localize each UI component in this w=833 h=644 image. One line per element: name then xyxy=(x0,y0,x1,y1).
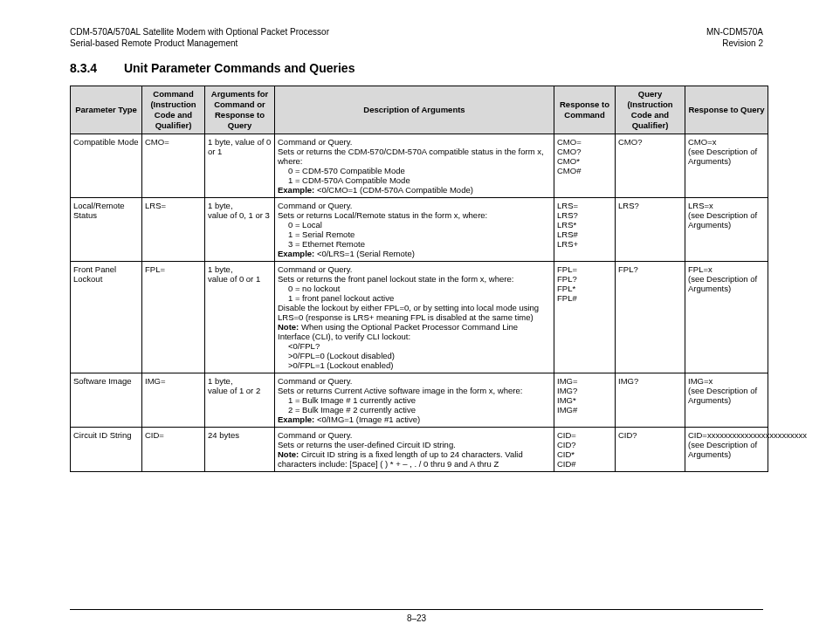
description-line: >0/FPL=1 (Lockout enabled) xyxy=(278,360,551,370)
description-line: <0/FPL? xyxy=(278,341,551,351)
table-cell: CID=xxxxxxxxxxxxxxxxxxxxxxxx (see Descri… xyxy=(685,427,768,471)
description-cell: Command or Query.Sets or returns the fro… xyxy=(275,261,554,373)
section-number: 8.3.4 xyxy=(70,61,120,75)
table-cell: Front Panel Lockout xyxy=(71,261,142,373)
table-cell: IMG= xyxy=(142,373,205,427)
page-number: 8–23 xyxy=(407,613,426,623)
table-cell: FPL? xyxy=(616,261,685,373)
col-header: Parameter Type xyxy=(71,86,142,134)
table-row: Software ImageIMG=1 byte, value of 1 or … xyxy=(71,373,768,427)
parameter-table: Parameter Type Command (Instruction Code… xyxy=(70,86,768,472)
table-cell: Compatible Mode xyxy=(71,134,142,197)
description-line: 0 = CDM-570 Compatible Mode xyxy=(278,166,551,175)
description-line: Sets or returns the front panel lockout … xyxy=(278,274,551,284)
table-cell: CID? xyxy=(616,427,685,471)
table-cell: FPL= FPL? FPL* FPL# xyxy=(554,261,616,373)
description-line: Sets or returns Current Active software … xyxy=(278,386,551,395)
table-row: Front Panel LockoutFPL=1 byte, value of … xyxy=(71,261,768,373)
table-cell: LRS=x (see Description of Arguments) xyxy=(685,197,768,261)
description-line: Note: When using the Optional Packet Pro… xyxy=(278,322,551,341)
table-cell: CMO? xyxy=(616,134,685,197)
description-line: 0 = Local xyxy=(278,220,551,230)
table-cell: FPL= xyxy=(142,261,205,373)
table-row: Circuit ID StringCID=24 bytesCommand or … xyxy=(71,427,768,471)
table-cell: FPL=x (see Description of Arguments) xyxy=(685,261,768,373)
description-line: Command or Query. xyxy=(278,376,551,386)
table-row: Compatible ModeCMO=1 byte, value of 0 or… xyxy=(71,134,768,197)
col-header: Command (Instruction Code and Qualifier) xyxy=(142,86,205,134)
table-cell: IMG? xyxy=(616,373,685,427)
table-row: Local/Remote StatusLRS=1 byte, value of … xyxy=(71,197,768,261)
table-cell: CID= xyxy=(142,427,205,471)
table-cell: LRS= xyxy=(142,197,205,261)
table-cell: IMG= IMG? IMG* IMG# xyxy=(554,373,616,427)
section-heading: 8.3.4 Unit Parameter Commands and Querie… xyxy=(70,61,763,75)
col-header: Query (Instruction Code and Qualifier) xyxy=(616,86,685,134)
table-cell: LRS= LRS? LRS* LRS# LRS+ xyxy=(554,197,616,261)
description-cell: Command or Query.Sets or returns Local/R… xyxy=(275,197,554,261)
table-cell: 1 byte, value of 0, 1 or 3 xyxy=(205,197,275,261)
table-cell: Local/Remote Status xyxy=(71,197,142,261)
description-line: Sets or returns Local/Remote status in t… xyxy=(278,210,551,220)
table-cell: Software Image xyxy=(71,373,142,427)
description-line: Disable the lockout by either FPL=0, or … xyxy=(278,303,551,322)
description-line: Command or Query. xyxy=(278,430,551,440)
table-cell: 1 byte, value of 0 or 1 xyxy=(205,134,275,197)
description-line: 0 = no lockout xyxy=(278,284,551,293)
table-cell: CID= CID? CID* CID# xyxy=(554,427,616,471)
header-left: CDM-570A/570AL Satellite Modem with Opti… xyxy=(70,26,329,49)
description-line: 1 = Serial Remote xyxy=(278,230,551,239)
table-cell: 24 bytes xyxy=(205,427,275,471)
col-header: Response to Query xyxy=(685,86,768,134)
description-line: 2 = Bulk Image # 2 currently active xyxy=(278,405,551,414)
description-line: 1 = front panel lockout active xyxy=(278,293,551,303)
table-cell: 1 byte, value of 1 or 2 xyxy=(205,373,275,427)
description-line: 1 = Bulk Image # 1 currently active xyxy=(278,395,551,405)
table-header-row: Parameter Type Command (Instruction Code… xyxy=(71,86,768,134)
table-cell: LRS? xyxy=(616,197,685,261)
table-cell: Circuit ID String xyxy=(71,427,142,471)
description-line: Command or Query. xyxy=(278,137,551,147)
table-cell: CMO=x (see Description of Arguments) xyxy=(685,134,768,197)
description-line: 3 = Ethernet Remote xyxy=(278,239,551,249)
description-line: Sets or returns the user-defined Circuit… xyxy=(278,440,551,449)
col-header: Description of Arguments xyxy=(275,86,554,134)
description-line: Note: Circuit ID string is a fixed lengt… xyxy=(278,449,551,469)
col-header: Arguments for Command or Response to Que… xyxy=(205,86,275,134)
table-cell: 1 byte, value of 0 or 1 xyxy=(205,261,275,373)
description-cell: Command or Query.Sets or returns the use… xyxy=(275,427,554,471)
table-cell: CMO= xyxy=(142,134,205,197)
description-line: Command or Query. xyxy=(278,264,551,274)
section-title-text: Unit Parameter Commands and Queries xyxy=(124,61,355,75)
page-header: CDM-570A/570AL Satellite Modem with Opti… xyxy=(70,26,763,49)
description-line: Sets or returns the CDM-570/CDM-570A com… xyxy=(278,147,551,166)
description-cell: Command or Query.Sets or returns the CDM… xyxy=(275,134,554,197)
description-line: >0/FPL=0 (Lockout disabled) xyxy=(278,351,551,360)
description-line: 1 = CDM-570A Compatible Mode xyxy=(278,175,551,185)
description-cell: Command or Query.Sets or returns Current… xyxy=(275,373,554,427)
col-header: Response to Command xyxy=(554,86,616,134)
page-footer: 8–23 xyxy=(70,609,763,623)
description-line: Command or Query. xyxy=(278,201,551,210)
header-right: MN-CDM570A Revision 2 xyxy=(706,26,763,49)
table-cell: IMG=x (see Description of Arguments) xyxy=(685,373,768,427)
description-line: Example: <0/CMO=1 (CDM-570A Compatible M… xyxy=(278,185,551,195)
table-cell: CMO= CMO? CMO* CMO# xyxy=(554,134,616,197)
description-line: Example: <0/IMG=1 (Image #1 active) xyxy=(278,414,551,424)
description-line: Example: <0/LRS=1 (Serial Remote) xyxy=(278,249,551,258)
